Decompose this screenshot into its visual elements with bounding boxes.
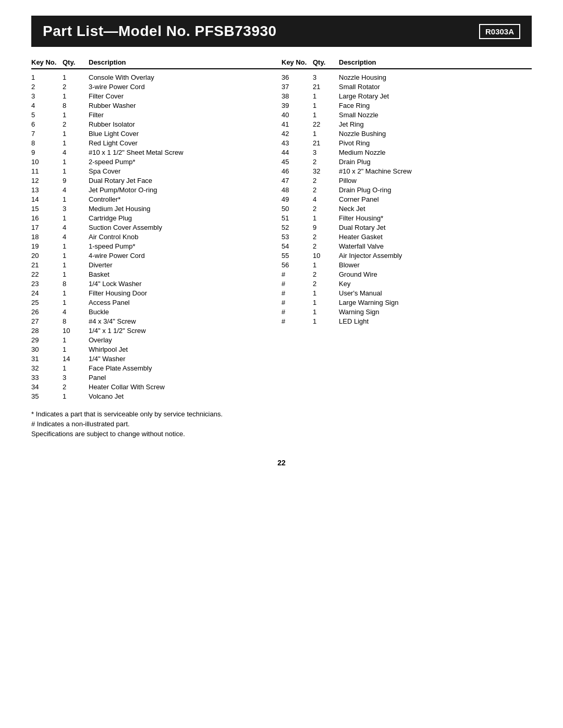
asterisk-note: * Indicates a part that is serviceable o… — [31, 410, 532, 418]
part-description: Large Warning Sign — [339, 299, 532, 306]
part-key: 28 — [31, 327, 63, 335]
left-keyno-header: Key No. — [31, 58, 63, 66]
table-row: 19 1 1-speed Pump* — [31, 241, 282, 251]
part-qty: 10 — [63, 327, 89, 335]
table-row: 31 14 1/4" Washer — [31, 354, 282, 363]
part-description: #10 x 2" Machine Screw — [339, 167, 532, 175]
part-key: 41 — [282, 120, 313, 128]
part-qty: 1 — [63, 336, 89, 344]
part-key: 27 — [31, 317, 63, 325]
table-row: 37 21 Small Rotator — [282, 82, 532, 91]
table-row: 41 22 Jet Ring — [282, 119, 532, 129]
part-qty: 2 — [313, 242, 339, 250]
part-qty: 2 — [313, 233, 339, 241]
part-key: # — [282, 280, 313, 288]
right-keyno-header: Key No. — [282, 58, 313, 66]
part-key: 47 — [282, 177, 313, 184]
part-key: 12 — [31, 177, 63, 184]
part-key: 45 — [282, 158, 313, 166]
part-key: 22 — [31, 270, 63, 278]
part-qty: 1 — [63, 364, 89, 372]
hash-note: # Indicates a non-illustrated part. — [31, 420, 532, 428]
part-key: # — [282, 289, 313, 297]
part-qty: 1 — [313, 102, 339, 109]
table-row: 46 32 #10 x 2" Machine Screw — [282, 166, 532, 176]
table-row: 8 1 Red Light Cover — [31, 138, 282, 147]
part-description: 1/4" x 1 1/2" Screw — [89, 327, 282, 335]
right-header: Key No. Qty. Description — [282, 58, 532, 66]
part-qty: 1 — [63, 289, 89, 297]
part-key: 43 — [282, 139, 313, 147]
part-key: 21 — [31, 261, 63, 269]
part-key: 44 — [282, 149, 313, 156]
right-qty-header: Qty. — [313, 58, 339, 66]
table-row: 3 1 Filter Cover — [31, 91, 282, 101]
part-qty: 1 — [63, 270, 89, 278]
table-row: 47 2 Pillow — [282, 176, 532, 185]
part-key: 9 — [31, 149, 63, 156]
part-description: Controller* — [89, 195, 282, 203]
part-qty: 2 — [313, 158, 339, 166]
part-description: Air Injector Assembly — [339, 252, 532, 260]
part-description: #10 x 1 1/2" Sheet Metal Screw — [89, 149, 282, 156]
table-row: 43 21 Pivot Ring — [282, 138, 532, 147]
part-qty: 3 — [313, 73, 339, 81]
part-description: Neck Jet — [339, 205, 532, 213]
part-description: Heater Collar With Screw — [89, 383, 282, 391]
part-key: 37 — [282, 83, 313, 91]
part-description: Small Nozzle — [339, 111, 532, 119]
part-qty: 1 — [63, 346, 89, 353]
part-qty: 14 — [63, 355, 89, 363]
part-description: Buckle — [89, 308, 282, 316]
part-qty: 4 — [63, 308, 89, 316]
part-description: Small Rotator — [339, 83, 532, 91]
table-row: # 2 Key — [282, 279, 532, 288]
part-key: # — [282, 299, 313, 306]
table-row: 22 1 Basket — [31, 269, 282, 279]
table-row: 44 3 Medium Nozzle — [282, 147, 532, 157]
part-key: 16 — [31, 214, 63, 222]
part-description: Access Panel — [89, 299, 282, 306]
part-key: 38 — [282, 92, 313, 100]
part-description: Pivot Ring — [339, 139, 532, 147]
part-description: Filter Housing* — [339, 214, 532, 222]
part-description: Dual Rotary Jet — [339, 224, 532, 231]
part-description: 3-wire Power Cord — [89, 83, 282, 91]
part-description: Rubber Washer — [89, 102, 282, 109]
part-qty: 8 — [63, 102, 89, 109]
part-description: Face Plate Assembly — [89, 364, 282, 372]
part-qty: 1 — [63, 261, 89, 269]
part-description: Warning Sign — [339, 308, 532, 316]
part-description: Air Control Knob — [89, 233, 282, 241]
table-row: 24 1 Filter Housing Door — [31, 288, 282, 298]
part-key: 13 — [31, 186, 63, 194]
table-row: 12 9 Dual Rotary Jet Face — [31, 176, 282, 185]
part-key: 48 — [282, 186, 313, 194]
part-qty: 1 — [313, 308, 339, 316]
table-row: 25 1 Access Panel — [31, 298, 282, 307]
part-key: 24 — [31, 289, 63, 297]
table-row: 2 2 3-wire Power Cord — [31, 82, 282, 91]
table-row: 38 1 Large Rotary Jet — [282, 91, 532, 101]
part-qty: 2 — [313, 177, 339, 184]
part-qty: 32 — [313, 167, 339, 175]
table-row: # 1 User's Manual — [282, 288, 532, 298]
part-description: Red Light Cover — [89, 139, 282, 147]
part-key: 20 — [31, 252, 63, 260]
part-key: 39 — [282, 102, 313, 109]
page-number: 22 — [31, 459, 532, 467]
part-key: 18 — [31, 233, 63, 241]
table-row: # 1 Large Warning Sign — [282, 298, 532, 307]
table-row: 36 3 Nozzle Housing — [282, 72, 532, 82]
part-qty: 1 — [63, 242, 89, 250]
part-description: Medium Nozzle — [339, 149, 532, 156]
page-title: Part List—Model No. PFSB73930 — [43, 23, 277, 40]
part-key: 17 — [31, 224, 63, 231]
table-row: 6 2 Rubber Isolator — [31, 119, 282, 129]
part-qty: 1 — [63, 299, 89, 306]
table-row: 10 1 2-speed Pump* — [31, 157, 282, 166]
part-qty: 1 — [313, 214, 339, 222]
table-row: 29 1 Overlay — [31, 335, 282, 344]
part-description: Jet Pump/Motor O-ring — [89, 186, 282, 194]
part-description: Filter — [89, 111, 282, 119]
